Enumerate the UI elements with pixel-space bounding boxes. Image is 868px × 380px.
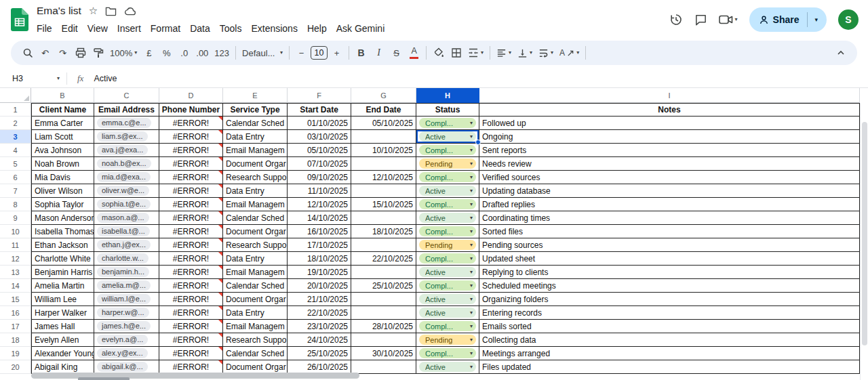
cell-B10[interactable]: Isabella Thomas (31, 225, 94, 238)
cell-F5[interactable]: 07/10/2025 (288, 157, 351, 171)
cell-I15[interactable]: Organizing folders (479, 293, 860, 306)
cell-G13[interactable] (351, 266, 416, 279)
cell-C9[interactable]: mason.a@... (94, 211, 159, 225)
cell-F10[interactable]: 16/10/2025 (288, 225, 351, 238)
email-smart-chip[interactable]: charlotte.w... (97, 253, 149, 263)
cell-D12[interactable]: #ERROR! (159, 252, 223, 266)
cell-C3[interactable]: liam.s@ex... (94, 130, 159, 144)
cell-F12[interactable]: 18/10/2025 (288, 252, 351, 266)
increase-decimal-button[interactable]: .00 (193, 44, 211, 62)
menu-help[interactable]: Help (302, 22, 332, 35)
cell-I6[interactable]: Verified sources (479, 171, 860, 184)
cell-C7[interactable]: oliver.w@e... (94, 184, 159, 198)
header-cell-phone-number[interactable]: Phone Number (159, 103, 223, 117)
cell-B11[interactable]: Ethan Jackson (31, 238, 94, 252)
cell-H14[interactable]: Compl...▾ (416, 279, 479, 293)
cell-C12[interactable]: charlotte.w... (94, 252, 159, 266)
cell-E18[interactable]: Research Suppo (223, 333, 288, 347)
cell-G19[interactable]: 30/10/2025 (351, 347, 416, 360)
status-dropdown-chip[interactable]: Active▾ (419, 294, 476, 304)
cell-C6[interactable]: mia.d@exa... (94, 171, 159, 184)
cell-F16[interactable]: 22/10/2025 (288, 306, 351, 320)
cell-B2[interactable]: Emma Carter (31, 117, 94, 130)
header-cell-end-date[interactable]: End Date (351, 103, 416, 117)
decrease-decimal-button[interactable]: .0 (176, 44, 193, 62)
menu-edit[interactable]: Edit (57, 22, 83, 35)
row-header-11[interactable]: 11 (0, 238, 31, 252)
status-dropdown-chip[interactable]: Compl...▾ (419, 226, 476, 236)
column-header-I[interactable]: I (479, 88, 860, 103)
cell-E19[interactable]: Calendar Sched (223, 347, 288, 360)
cell-F20[interactable]: 26/10/2025 (288, 360, 351, 374)
cell-H19[interactable]: Compl...▾ (416, 347, 479, 360)
merge-cells-button[interactable]: ▾ (465, 44, 486, 62)
cell-B19[interactable]: Alexander Young (31, 347, 94, 360)
cell-B9[interactable]: Mason Anderson (31, 211, 94, 225)
status-dropdown-chip[interactable]: Compl...▾ (419, 253, 476, 263)
row-header-6[interactable]: 6 (0, 171, 31, 184)
cell-E16[interactable]: Data Entry (223, 306, 288, 320)
email-smart-chip[interactable]: william.l@e... (97, 294, 151, 304)
header-cell-service-type[interactable]: Service Type (223, 103, 288, 117)
cell-H10[interactable]: Compl...▾ (416, 225, 479, 238)
cell-D8[interactable]: #ERROR! (159, 198, 223, 211)
cell-E3[interactable]: Data Entry (223, 130, 288, 144)
status-dropdown-chip[interactable]: Pending▾ (419, 159, 476, 169)
column-header-B[interactable]: B (31, 88, 94, 103)
increase-font-size-button[interactable]: + (328, 44, 345, 62)
search-icon[interactable] (19, 44, 36, 62)
cell-E12[interactable]: Data Entry (223, 252, 288, 266)
format-percent-button[interactable]: % (158, 44, 175, 62)
row-header-1[interactable]: 1 (0, 103, 31, 117)
more-toolbar-options-button[interactable] (589, 44, 606, 62)
cell-C14[interactable]: amelia.m@... (94, 279, 159, 293)
cell-C17[interactable]: james.h@e... (94, 320, 159, 333)
cell-F13[interactable]: 19/10/2025 (288, 266, 351, 279)
email-smart-chip[interactable]: abigail.k@... (97, 362, 148, 372)
cell-H20[interactable]: Active▾ (416, 360, 479, 374)
cell-G18[interactable] (351, 333, 416, 347)
cell-C16[interactable]: harper.w@... (94, 306, 159, 320)
cell-F7[interactable]: 11/10/2025 (288, 184, 351, 198)
status-dropdown-chip[interactable]: Active▾ (419, 308, 476, 318)
cell-E13[interactable]: Email Managem (223, 266, 288, 279)
cell-I13[interactable]: Replying to clients (479, 266, 860, 279)
font-size-input[interactable]: 10 (311, 46, 328, 60)
status-dropdown-chip[interactable]: Pending▾ (419, 335, 476, 345)
cell-D13[interactable]: #ERROR! (159, 266, 223, 279)
cell-B6[interactable]: Mia Davis (31, 171, 94, 184)
cell-I5[interactable]: Needs review (479, 157, 860, 171)
email-smart-chip[interactable]: harper.w@... (97, 308, 149, 318)
cell-D3[interactable]: #ERROR! (159, 130, 223, 144)
vertical-scrollbar-thumb[interactable] (862, 122, 867, 345)
cell-D17[interactable]: #ERROR! (159, 320, 223, 333)
cell-F18[interactable]: 24/10/2025 (288, 333, 351, 347)
cell-G17[interactable]: 28/10/2025 (351, 320, 416, 333)
cell-H16[interactable]: Active▾ (416, 306, 479, 320)
column-header-G[interactable]: G (351, 88, 416, 103)
email-smart-chip[interactable]: emma.c@e... (97, 118, 151, 128)
column-header-E[interactable]: E (223, 88, 288, 103)
cell-I7[interactable]: Updating database (479, 184, 860, 198)
cell-B7[interactable]: Oliver Wilson (31, 184, 94, 198)
cell-D7[interactable]: #ERROR! (159, 184, 223, 198)
cell-H17[interactable]: Compl...▾ (416, 320, 479, 333)
cell-I20[interactable]: Files updated (479, 360, 860, 374)
row-header-17[interactable]: 17 (0, 320, 31, 333)
cell-F15[interactable]: 21/10/2025 (288, 293, 351, 306)
cell-G12[interactable]: 22/10/2025 (351, 252, 416, 266)
cell-H7[interactable]: Active▾ (416, 184, 479, 198)
row-header-8[interactable]: 8 (0, 198, 31, 211)
cell-I9[interactable]: Coordinating times (479, 211, 860, 225)
status-dropdown-chip[interactable]: Active▾ (419, 267, 476, 277)
menu-view[interactable]: View (83, 22, 113, 35)
cell-D15[interactable]: #ERROR! (159, 293, 223, 306)
select-all-corner[interactable] (0, 88, 31, 103)
cell-C11[interactable]: ethan.j@ex... (94, 238, 159, 252)
email-smart-chip[interactable]: james.h@e... (97, 321, 151, 331)
row-header-2[interactable]: 2 (0, 117, 31, 130)
more-formats-button[interactable]: 123 (212, 44, 232, 62)
cell-E15[interactable]: Document Orgar (223, 293, 288, 306)
cell-F14[interactable]: 20/10/2025 (288, 279, 351, 293)
cell-I11[interactable]: Pending sources (479, 238, 860, 252)
